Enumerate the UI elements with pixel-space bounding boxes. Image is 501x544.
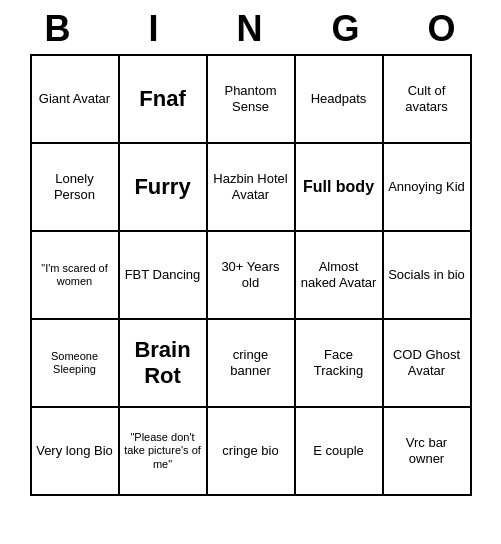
bingo-cell-20: Very long Bio bbox=[32, 408, 120, 496]
title-n: N bbox=[207, 8, 295, 50]
bingo-cell-5: Lonely Person bbox=[32, 144, 120, 232]
bingo-grid: Giant AvatarFnafPhantom SenseHeadpatsCul… bbox=[30, 54, 472, 496]
bingo-cell-4: Cult of avatars bbox=[384, 56, 472, 144]
bingo-cell-0: Giant Avatar bbox=[32, 56, 120, 144]
bingo-cell-18: Face Tracking bbox=[296, 320, 384, 408]
bingo-cell-15: Someone Sleeping bbox=[32, 320, 120, 408]
bingo-cell-8: Full body bbox=[296, 144, 384, 232]
bingo-cell-16: Brain Rot bbox=[120, 320, 208, 408]
bingo-cell-21: "Please don't take picture's of me" bbox=[120, 408, 208, 496]
bingo-cell-24: Vrc bar owner bbox=[384, 408, 472, 496]
title-b: B bbox=[15, 8, 103, 50]
title-o: O bbox=[399, 8, 487, 50]
bingo-cell-19: COD Ghost Avatar bbox=[384, 320, 472, 408]
bingo-cell-10: "I'm scared of women bbox=[32, 232, 120, 320]
bingo-title: B I N G O bbox=[11, 0, 491, 54]
title-g: G bbox=[303, 8, 391, 50]
title-i: I bbox=[111, 8, 199, 50]
bingo-cell-11: FBT Dancing bbox=[120, 232, 208, 320]
bingo-cell-14: Socials in bio bbox=[384, 232, 472, 320]
bingo-cell-6: Furry bbox=[120, 144, 208, 232]
bingo-cell-9: Annoying Kid bbox=[384, 144, 472, 232]
bingo-cell-17: cringe banner bbox=[208, 320, 296, 408]
bingo-cell-3: Headpats bbox=[296, 56, 384, 144]
bingo-cell-2: Phantom Sense bbox=[208, 56, 296, 144]
bingo-cell-7: Hazbin Hotel Avatar bbox=[208, 144, 296, 232]
bingo-cell-22: cringe bio bbox=[208, 408, 296, 496]
bingo-cell-13: Almost naked Avatar bbox=[296, 232, 384, 320]
bingo-cell-12: 30+ Years old bbox=[208, 232, 296, 320]
bingo-cell-1: Fnaf bbox=[120, 56, 208, 144]
bingo-cell-23: E couple bbox=[296, 408, 384, 496]
